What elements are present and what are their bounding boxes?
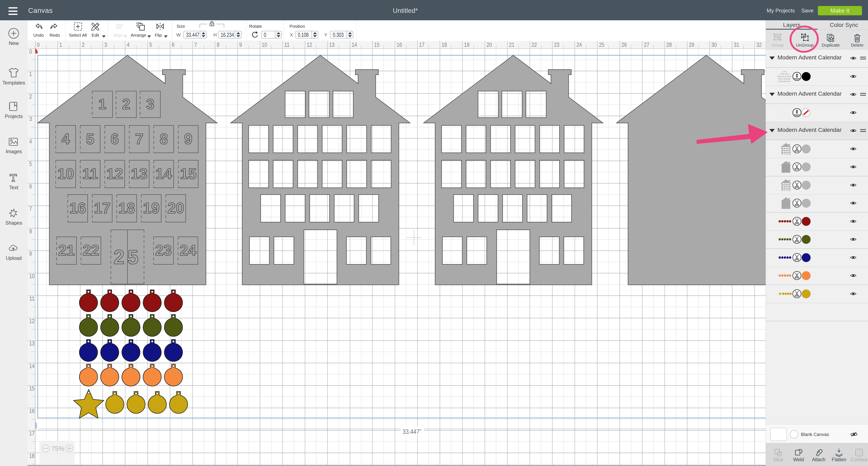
svg-text:16: 16 bbox=[397, 41, 402, 48]
svg-text:7: 7 bbox=[194, 41, 197, 48]
svg-text:20: 20 bbox=[487, 41, 492, 48]
svg-text:5: 5 bbox=[149, 41, 152, 48]
svg-text:21: 21 bbox=[509, 41, 515, 48]
svg-text:8: 8 bbox=[217, 41, 219, 48]
svg-text:12: 12 bbox=[307, 41, 312, 48]
svg-text:3: 3 bbox=[104, 41, 107, 48]
svg-text:9: 9 bbox=[239, 41, 242, 48]
svg-text:23: 23 bbox=[554, 41, 559, 48]
svg-text:4: 4 bbox=[127, 41, 129, 48]
svg-text:3: 3 bbox=[29, 115, 32, 122]
svg-text:8: 8 bbox=[29, 228, 32, 235]
svg-text:6: 6 bbox=[29, 183, 32, 190]
svg-text:16: 16 bbox=[29, 408, 35, 414]
svg-text:1: 1 bbox=[59, 41, 62, 48]
svg-text:18: 18 bbox=[441, 41, 447, 48]
svg-text:28: 28 bbox=[666, 41, 672, 48]
svg-text:14: 14 bbox=[29, 363, 35, 369]
svg-text:13: 13 bbox=[329, 41, 335, 48]
svg-text:14: 14 bbox=[352, 41, 357, 48]
svg-text:1: 1 bbox=[29, 71, 32, 77]
svg-text:9: 9 bbox=[29, 250, 32, 257]
svg-text:19: 19 bbox=[464, 41, 469, 48]
svg-text:26: 26 bbox=[621, 41, 627, 48]
svg-text:18: 18 bbox=[29, 453, 35, 459]
svg-text:17: 17 bbox=[419, 41, 425, 48]
svg-text:15: 15 bbox=[374, 41, 380, 48]
svg-text:12: 12 bbox=[29, 318, 35, 324]
svg-text:11: 11 bbox=[29, 295, 35, 302]
svg-text:29: 29 bbox=[689, 41, 694, 48]
svg-text:0: 0 bbox=[29, 48, 32, 55]
svg-text:7: 7 bbox=[29, 205, 32, 212]
svg-text:5: 5 bbox=[29, 160, 32, 167]
svg-text:22: 22 bbox=[531, 41, 537, 48]
svg-text:10: 10 bbox=[29, 273, 35, 279]
svg-text:27: 27 bbox=[644, 41, 649, 48]
svg-text:17: 17 bbox=[29, 430, 35, 437]
svg-text:11: 11 bbox=[284, 41, 290, 48]
svg-text:30: 30 bbox=[711, 41, 717, 48]
svg-text:31: 31 bbox=[734, 41, 739, 48]
svg-text:13: 13 bbox=[29, 340, 35, 347]
svg-text:6: 6 bbox=[172, 41, 175, 48]
svg-text:2: 2 bbox=[29, 93, 32, 100]
svg-text:4: 4 bbox=[29, 138, 32, 145]
svg-text:32: 32 bbox=[756, 41, 762, 48]
svg-text:0: 0 bbox=[37, 41, 39, 48]
svg-text:15: 15 bbox=[29, 385, 35, 392]
svg-text:2: 2 bbox=[82, 41, 85, 48]
svg-text:10: 10 bbox=[262, 41, 267, 48]
svg-text:24: 24 bbox=[577, 41, 582, 48]
svg-text:25: 25 bbox=[599, 41, 604, 48]
